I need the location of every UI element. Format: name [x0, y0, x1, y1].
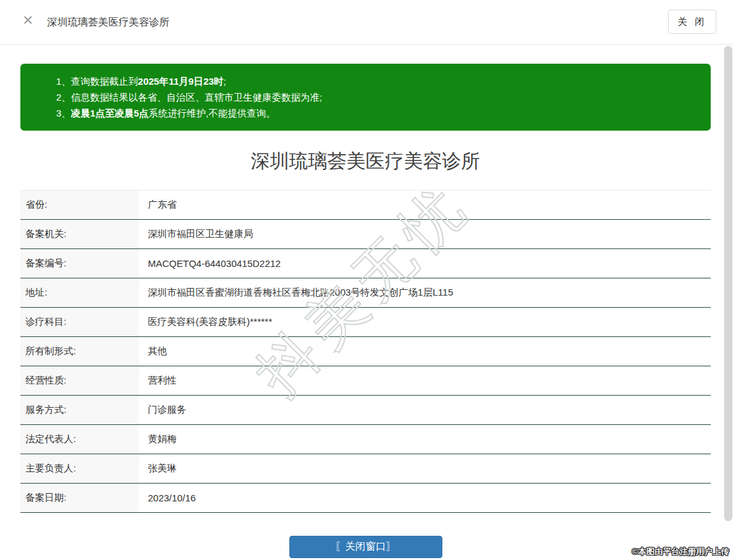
row-value: 黄娟梅 [139, 433, 711, 445]
notice-line-text: 信息数据结果以各省、自治区、直辖市卫生健康委数据为准; [71, 92, 322, 103]
row-value: 医疗美容科(美容皮肤科)****** [139, 316, 711, 328]
notice-line-prefix: 1、 [56, 76, 71, 87]
row-value: 张美琳 [139, 463, 711, 475]
table-row-address: 地址: 深圳市福田区香蜜湖街道香梅社区香梅北路2003号特发文创广场1层L115 [20, 278, 711, 308]
close-button[interactable]: 关 闭 [668, 10, 716, 34]
notice-line-bold: 凌晨1点至凌晨5点 [71, 108, 149, 118]
notice-line-3: 3、凌晨1点至凌晨5点系统进行维护,不能提供查询。 [56, 105, 698, 121]
row-label: 地址: [20, 278, 139, 307]
record-table: 省份: 广东省 备案机关: 深圳市福田区卫生健康局 备案编号: MACQETQ4… [20, 190, 711, 513]
modal-title: 深圳琉璃荟美医疗美容诊所 [47, 16, 170, 29]
table-row-province: 省份: 广东省 [20, 190, 711, 220]
table-row-service-mode: 服务方式: 门诊服务 [20, 396, 711, 425]
row-value: 其他 [139, 345, 711, 357]
close-icon[interactable]: ✕ [22, 13, 34, 27]
row-value: 2023/10/16 [139, 492, 711, 503]
row-label: 服务方式: [20, 396, 139, 424]
scrollbar-thumb[interactable] [724, 46, 732, 521]
row-label: 备案机关: [20, 220, 139, 248]
notice-line-2: 2、信息数据结果以各省、自治区、直辖市卫生健康委数据为准; [56, 89, 698, 105]
row-value: 深圳市福田区香蜜湖街道香梅社区香梅北路2003号特发文创广场1层L115 [139, 287, 711, 299]
notice-line-1: 1、查询数据截止到2025年11月9日23时; [56, 73, 698, 89]
table-row-main-person-in-charge: 主要负责人: 张美琳 [20, 454, 711, 484]
row-value: 门诊服务 [139, 404, 711, 416]
page-title: 深圳琉璃荟美医疗美容诊所 [20, 148, 711, 175]
copyright-stamp: ©本图由平台注册用户上传 [632, 546, 729, 557]
notice-line-prefix: 3、 [56, 108, 71, 118]
table-row-business-nature: 经营性质: 营利性 [20, 366, 711, 396]
modal-content: 1、查询数据截止到2025年11月9日23时; 2、信息数据结果以各省、自治区、… [0, 64, 733, 558]
close-window-button[interactable]: 〖关闭窗口〗 [289, 536, 442, 558]
notice-box: 1、查询数据截止到2025年11月9日23时; 2、信息数据结果以各省、自治区、… [20, 64, 711, 131]
notice-line-text: 查询数据截止到 [71, 76, 138, 87]
notice-line-text: 系统进行维护,不能提供查询。 [149, 108, 275, 118]
row-label: 省份: [20, 190, 139, 219]
footer-actions: 〖关闭窗口〗 [20, 536, 711, 558]
notice-line-prefix: 2、 [56, 92, 71, 103]
row-value: MACQETQ4-644030415D2212 [139, 258, 711, 269]
clinic-record-modal: ✕ 深圳琉璃荟美医疗美容诊所 关 闭 1、查询数据截止到2025年11月9日23… [0, 0, 733, 560]
row-value: 深圳市福田区卫生健康局 [139, 228, 711, 240]
row-label: 诊疗科目: [20, 308, 139, 336]
row-value: 广东省 [139, 199, 711, 211]
row-label: 所有制形式: [20, 337, 139, 366]
row-label: 备案日期: [20, 484, 139, 512]
table-row-filing-date: 备案日期: 2023/10/16 [20, 484, 711, 513]
table-row-medical-subjects: 诊疗科目: 医疗美容科(美容皮肤科)****** [20, 308, 711, 337]
row-label: 经营性质: [20, 366, 139, 395]
row-value: 营利性 [139, 375, 711, 387]
table-row-filing-authority: 备案机关: 深圳市福田区卫生健康局 [20, 220, 711, 249]
notice-line-text: ; [224, 76, 226, 87]
table-row-ownership-form: 所有制形式: 其他 [20, 337, 711, 366]
row-label: 法定代表人: [20, 425, 139, 454]
modal-header: ✕ 深圳琉璃荟美医疗美容诊所 关 闭 [0, 0, 733, 45]
table-row-legal-representative: 法定代表人: 黄娟梅 [20, 425, 711, 454]
row-label: 备案编号: [20, 249, 139, 278]
table-row-filing-number: 备案编号: MACQETQ4-644030415D2212 [20, 249, 711, 278]
notice-line-bold: 2025年11月9日23时 [138, 76, 223, 87]
row-label: 主要负责人: [20, 454, 139, 483]
